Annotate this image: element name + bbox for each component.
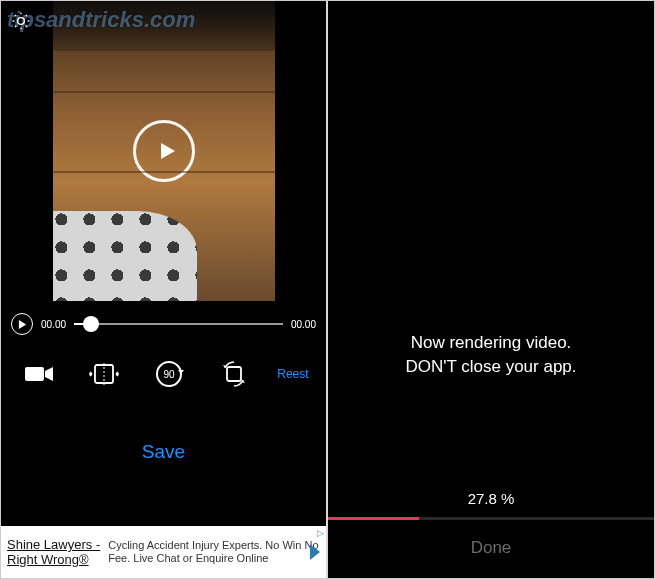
ad-title-block: Shine Lawyers - Right Wrong®: [7, 537, 100, 567]
rendering-message: Now rendering video. DON'T close your ap…: [328, 331, 654, 380]
save-button[interactable]: Save: [1, 441, 326, 463]
tool-row: 90 Reest: [1, 351, 326, 397]
total-time: 00.00: [291, 319, 316, 330]
done-button: Done: [328, 520, 654, 578]
current-time: 00.00: [41, 319, 66, 330]
settings-button[interactable]: [11, 11, 31, 31]
preview-foreground: [53, 211, 197, 301]
svg-rect-0: [25, 367, 44, 381]
scrubber-track[interactable]: [74, 323, 283, 325]
video-preview[interactable]: [53, 1, 275, 301]
rendering-line2: DON'T close your app.: [348, 355, 634, 380]
camera-button[interactable]: [18, 357, 60, 391]
svg-text:90: 90: [163, 369, 175, 380]
reset-button[interactable]: Reest: [277, 367, 308, 381]
rotate-90-button[interactable]: 90: [148, 357, 190, 391]
camera-icon: [24, 364, 54, 384]
adchoices-badge[interactable]: ▷: [317, 528, 324, 538]
flip-button[interactable]: [83, 357, 125, 391]
ad-arrow-icon: [310, 544, 320, 560]
progress-bar: [328, 517, 654, 520]
scrubber-thumb[interactable]: [83, 316, 99, 332]
mini-play-button[interactable]: [11, 313, 33, 335]
scrubber-row: 00.00 00.00: [1, 313, 326, 335]
rendering-line1: Now rendering video.: [348, 331, 634, 356]
progress-bar-fill: [328, 517, 419, 520]
app-container: tipsandtricks.com 00.00: [0, 0, 655, 579]
play-icon: [154, 139, 178, 163]
preview-shadow: [53, 1, 275, 51]
rotate-mirror-button[interactable]: [213, 357, 255, 391]
ad-title: Shine Lawyers -: [7, 537, 100, 552]
flip-horizontal-icon: [89, 361, 119, 387]
play-icon: [18, 320, 27, 329]
ad-body: Cycling Accident Injury Experts. No Win …: [108, 539, 318, 564]
rendering-pane: Now rendering video. DON'T close your ap…: [328, 1, 654, 578]
play-button[interactable]: [133, 120, 195, 182]
ad-banner[interactable]: Shine Lawyers - Right Wrong® Cycling Acc…: [1, 526, 326, 578]
ad-body-line1: Cycling Accident Injury Experts. No Win …: [108, 539, 318, 552]
video-editor-pane: tipsandtricks.com 00.00: [1, 1, 328, 578]
svg-rect-5: [227, 367, 241, 381]
adchoices-icon: ▷: [317, 528, 324, 538]
rotate-90-icon: 90: [152, 359, 186, 389]
ad-subtitle: Right Wrong®: [7, 552, 100, 567]
rotate-mirror-icon: [219, 360, 249, 388]
ad-body-line2: Fee. Live Chat or Enquire Online: [108, 552, 318, 565]
gear-icon: [11, 11, 31, 31]
progress-percent-label: 27.8 %: [328, 490, 654, 507]
